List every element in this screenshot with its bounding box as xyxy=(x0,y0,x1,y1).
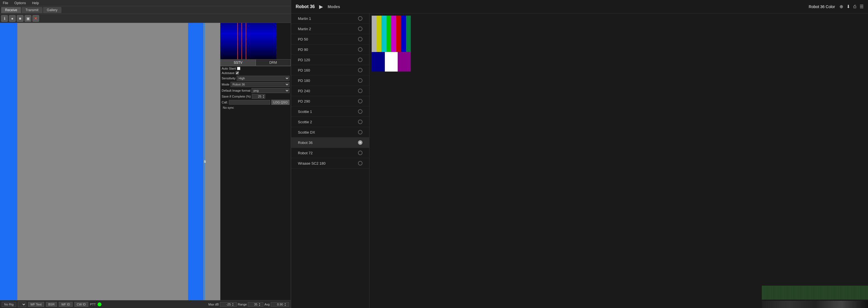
auto-slant-checkbox[interactable] xyxy=(237,67,240,70)
right-panel: Robot 36 ▶ Modes Robot 36 Color ⊕ ⬇ ⎙ ☰ … xyxy=(291,0,868,308)
autosave-row: Autosave xyxy=(220,71,291,75)
image-button[interactable]: ▣ xyxy=(25,15,31,22)
max-db-input[interactable] xyxy=(220,302,231,306)
max-db-down[interactable]: ▼ xyxy=(231,304,235,306)
waterfall-red-lines xyxy=(220,23,276,59)
mode-radio-scottie1 xyxy=(358,109,363,114)
wf-id-button[interactable]: WF ID xyxy=(59,302,72,307)
mode-item-martin1[interactable]: Martin 1 xyxy=(291,13,369,24)
close-button[interactable]: ✕ xyxy=(32,15,39,22)
bsr-button[interactable]: BSR xyxy=(46,302,57,307)
call-row: Call: LOG QSO xyxy=(220,99,291,105)
mode-list: Martin 1 Martin 2 PD 50 PD 90 PD 120 xyxy=(291,13,369,308)
mode-item-scottiedx[interactable]: Scottie DX xyxy=(291,127,369,137)
max-db-label: Max dB xyxy=(209,303,219,306)
share-icon[interactable]: ⎙ xyxy=(854,4,856,9)
mode-item-robot36[interactable]: Robot 36 xyxy=(291,137,369,148)
color-bar-cyan xyxy=(381,16,386,52)
max-db-section: Max dB ▲ ▼ Range ▲ ▼ Avg xyxy=(209,302,289,307)
max-db-arrows: ▲ ▼ xyxy=(231,302,235,306)
mode-item-scottie2[interactable]: Scottie 2 xyxy=(291,117,369,127)
mode-item-pd90-label: PD 90 xyxy=(298,48,308,52)
tab-receive[interactable]: Receive xyxy=(1,7,21,13)
spinbox-down[interactable]: ▼ xyxy=(262,96,265,98)
color-bar-dark-green xyxy=(406,16,411,52)
modes-label: Modes xyxy=(328,4,340,9)
mode-item-pd290[interactable]: PD 290 xyxy=(291,96,369,106)
color-bar-red xyxy=(396,16,401,52)
color-bar-yellow xyxy=(377,16,382,52)
tab-gallery[interactable]: Gallery xyxy=(43,7,61,13)
add-icon[interactable]: ⊕ xyxy=(839,4,843,9)
mode-item-pd180-label: PD 180 xyxy=(298,79,310,83)
sensitivity-select[interactable]: Low Medium High Very High xyxy=(237,76,289,81)
spinbox-up[interactable]: ▲ xyxy=(262,94,265,96)
mode-item-pd120[interactable]: PD 120 xyxy=(291,55,369,65)
toolbar: ℹ ● ■ ▣ ✕ xyxy=(0,14,291,23)
mode-item-wraase[interactable]: Wraase SC2 180 xyxy=(291,158,369,168)
autosave-label: Autosave xyxy=(222,71,235,74)
nav-tabs: Receive Transmit Gallery xyxy=(0,6,291,14)
ptt-label: PTT xyxy=(90,303,96,306)
range-arrows: ▲ ▼ xyxy=(258,302,261,306)
tab-transmit[interactable]: Transmit xyxy=(22,7,42,13)
menu-icon[interactable]: ☰ xyxy=(860,4,864,9)
mode-item-scottie1[interactable]: Scottie 1 xyxy=(291,106,369,117)
call-input[interactable] xyxy=(229,100,270,104)
mode-item-scottie2-label: Scottie 2 xyxy=(298,120,312,124)
tab-drm[interactable]: DRM xyxy=(256,59,291,66)
avg-up[interactable]: ▲ xyxy=(284,302,287,304)
autosave-checkbox[interactable] xyxy=(236,71,239,74)
mode-item-pd240[interactable]: PD 240 xyxy=(291,86,369,96)
right-content: Martin 1 Martin 2 PD 50 PD 90 PD 120 xyxy=(291,13,868,308)
menu-help[interactable]: Help xyxy=(31,1,40,5)
format-select[interactable]: png jpg bmp xyxy=(251,88,289,93)
color-bars-bottom xyxy=(372,52,411,71)
signal-blue-left xyxy=(0,23,17,300)
save-complete-spinbox[interactable]: ▲ ▼ xyxy=(252,94,265,99)
color-bar-gray xyxy=(372,16,377,52)
range-input[interactable] xyxy=(248,302,258,306)
menu-options[interactable]: Options xyxy=(13,1,27,5)
rig-select[interactable] xyxy=(18,302,26,307)
record-button[interactable]: ● xyxy=(9,15,16,22)
avg-down[interactable]: ▼ xyxy=(284,304,287,306)
tab-sstv[interactable]: SSTV xyxy=(220,59,255,66)
range-down[interactable]: ▼ xyxy=(258,304,261,306)
red-line-2 xyxy=(242,23,242,59)
avg-input[interactable] xyxy=(271,302,284,306)
log-qso-button[interactable]: LOG QSO xyxy=(271,100,289,105)
download-icon[interactable]: ⬇ xyxy=(846,4,850,9)
mode-radio-pd50 xyxy=(358,37,363,41)
stop-button[interactable]: ■ xyxy=(17,15,24,22)
mode-item-pd50[interactable]: PD 50 xyxy=(291,34,369,44)
status-bar: No Rig WF Text BSR WF ID CW ID PTT Max d… xyxy=(0,300,291,308)
mode-radio-wraase xyxy=(358,161,363,165)
mode-item-martin2[interactable]: Martin 2 xyxy=(291,24,369,34)
range-label: Range xyxy=(238,303,247,306)
mode-item-robot72[interactable]: Robot 72 xyxy=(291,148,369,158)
mode-item-pd160[interactable]: PD 160 xyxy=(291,65,369,75)
color-bar-green xyxy=(386,16,392,52)
wf-text-button[interactable]: WF Text xyxy=(28,302,44,307)
color-bar-dark-magenta xyxy=(398,52,411,71)
format-label: Default Image format xyxy=(222,89,250,92)
max-db-spinbox[interactable]: ▲ ▼ xyxy=(220,302,237,307)
save-complete-input[interactable] xyxy=(252,94,262,98)
play-button[interactable]: ▶ xyxy=(319,4,323,10)
info-button[interactable]: ℹ xyxy=(1,15,8,22)
no-sync-label: No sync xyxy=(220,105,291,110)
avg-spinbox[interactable]: ▲ ▼ xyxy=(271,302,289,307)
mode-item-pd180[interactable]: PD 180 xyxy=(291,75,369,86)
cw-id-button[interactable]: CW ID xyxy=(74,302,88,307)
range-up[interactable]: ▲ xyxy=(258,302,261,304)
menu-file[interactable]: File xyxy=(2,1,9,5)
mode-item-pd90[interactable]: PD 90 xyxy=(291,44,369,55)
noise-strip-top xyxy=(762,286,868,300)
color-bar-dark-blue xyxy=(372,52,385,71)
max-db-up[interactable]: ▲ xyxy=(231,302,235,304)
range-spinbox[interactable]: ▲ ▼ xyxy=(248,302,263,307)
mode-select[interactable]: Robot 36 Robot 72 Martin 1 Martin 2 xyxy=(230,82,289,87)
control-panel: SSTV DRM Auto Slant Autosave Sensitivity… xyxy=(220,23,291,300)
color-bars-container xyxy=(372,16,411,71)
